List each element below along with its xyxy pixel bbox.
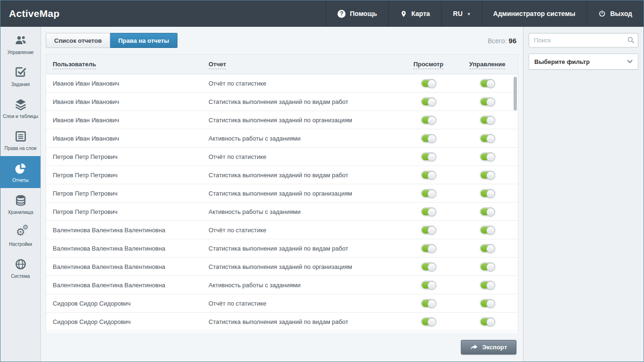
map-pin-icon — [400, 10, 407, 18]
total-count: Всего:96 — [488, 37, 516, 45]
database-icon — [14, 193, 28, 207]
chevron-down-icon: ▾ — [468, 11, 470, 16]
manage-toggle[interactable] — [480, 281, 495, 290]
view-toggle[interactable] — [421, 299, 436, 308]
user-cell: Валентинова Валентина Валентиновна — [46, 282, 209, 289]
sidebar-item-settings[interactable]: ⚙⚙ Настройки — [0, 220, 40, 252]
sidebar-item-reports[interactable]: Отчеты — [0, 156, 40, 188]
topnav: ? Помощь Карта RU ▾ Администратор систем… — [326, 0, 644, 27]
manage-toggle[interactable] — [480, 152, 495, 161]
report-cell: Отчёт по статистике — [209, 80, 400, 87]
filter-label: Выберите фильтр — [534, 58, 590, 65]
column-header-user: Пользователь — [46, 61, 209, 68]
manage-toggle[interactable] — [480, 116, 495, 125]
view-toggle[interactable] — [421, 189, 436, 198]
view-toggle[interactable] — [421, 244, 436, 253]
manage-toggle[interactable] — [480, 207, 495, 216]
manage-toggle[interactable] — [480, 317, 495, 326]
sidebar-item-label: Хранилища — [8, 210, 33, 215]
sidebar-item-management[interactable]: Управление — [0, 28, 40, 60]
table-row: Сидоров Сидор Сидорович Статистика выпол… — [46, 313, 518, 331]
table-row: Петров Петр Петрович Статистика выполнен… — [46, 166, 518, 184]
globe-icon — [14, 257, 28, 271]
checkbox-icon — [14, 65, 28, 79]
report-cell: Статистика выполнения заданий по видам р… — [209, 318, 400, 325]
user-cell: Валентинова Валентина Валентиновна — [46, 227, 209, 234]
tab-report-rights[interactable]: Права на отчеты — [110, 33, 177, 48]
view-cell — [400, 152, 457, 161]
table-header: Пользователь Отчет Просмотр Управление — [46, 55, 518, 74]
manage-toggle[interactable] — [480, 299, 495, 308]
view-toggle[interactable] — [421, 171, 436, 180]
report-cell: Статистика выполнения заданий по организ… — [209, 190, 400, 197]
view-toggle[interactable] — [421, 97, 436, 106]
sidebar-item-layer-rights[interactable]: Права на слои — [0, 124, 40, 156]
sidebar-item-system[interactable]: Система — [0, 252, 40, 284]
user-cell: Иванов Иван Иванович — [46, 98, 209, 105]
manage-cell — [457, 171, 518, 180]
user-cell: Иванов Иван Иванович — [46, 117, 209, 124]
report-cell: Статистика выполнения заданий по организ… — [209, 117, 400, 124]
view-toggle[interactable] — [421, 79, 436, 88]
view-toggle[interactable] — [421, 317, 436, 326]
table-row: Петров Петр Петрович Статистика выполнен… — [46, 184, 518, 203]
report-cell: Активность работы с заданиями — [209, 208, 400, 215]
help-button[interactable]: ? Помощь — [326, 0, 388, 27]
manage-cell — [457, 207, 518, 216]
view-toggle[interactable] — [421, 207, 436, 216]
table-row: Сидоров Сидор Сидорович Отчёт по статист… — [46, 294, 518, 313]
logout-button[interactable]: Выход — [587, 0, 644, 27]
sidebar-item-layers[interactable]: Слои и таблицы — [0, 92, 40, 124]
user-label: Администратор системы — [493, 10, 576, 17]
manage-toggle[interactable] — [480, 134, 495, 143]
view-toggle[interactable] — [421, 262, 436, 271]
search-input[interactable] — [529, 33, 638, 47]
manage-toggle[interactable] — [480, 226, 495, 235]
view-toggle[interactable] — [421, 116, 436, 125]
manage-toggle[interactable] — [480, 189, 495, 198]
manage-cell — [457, 116, 518, 125]
manage-toggle[interactable] — [480, 79, 495, 88]
sidebar-item-tasks[interactable]: Задания — [0, 60, 40, 92]
view-cell — [400, 134, 457, 143]
table-row: Петров Петр Петрович Отчёт по статистике — [46, 148, 518, 166]
search-icon — [627, 36, 635, 46]
manage-toggle[interactable] — [480, 171, 495, 180]
help-icon: ? — [338, 10, 346, 18]
footer-bar: Экспорт — [41, 332, 523, 362]
view-toggle[interactable] — [421, 281, 436, 290]
layers-icon — [14, 97, 28, 111]
filter-select[interactable]: Выберите фильтр — [529, 54, 638, 70]
language-selector[interactable]: RU ▾ — [441, 0, 481, 27]
sidebar-item-label: Настройки — [9, 242, 32, 247]
rights-table: Пользователь Отчет Просмотр Управление И… — [46, 54, 518, 332]
scrollbar — [513, 75, 517, 331]
view-cell — [400, 244, 457, 253]
view-toggle[interactable] — [421, 134, 436, 143]
map-button[interactable]: Карта — [388, 0, 442, 27]
view-toggle[interactable] — [421, 226, 436, 235]
view-cell — [400, 207, 457, 216]
user-cell: Сидоров Сидор Сидорович — [46, 300, 209, 307]
report-cell: Статистика выполнения заданий по видам р… — [209, 172, 400, 179]
sidebar-item-label: Задания — [11, 82, 30, 87]
sidebar-item-label: Слои и таблицы — [3, 114, 38, 119]
sidebar-item-storages[interactable]: Хранилища — [0, 188, 40, 220]
user-cell: Петров Петр Петрович — [46, 172, 209, 179]
power-icon — [598, 10, 606, 17]
scrollbar-thumb[interactable] — [514, 77, 517, 110]
manage-toggle[interactable] — [480, 244, 495, 253]
report-cell: Статистика выполнения заданий по организ… — [209, 263, 400, 270]
tab-report-list[interactable]: Список отчетов — [46, 33, 110, 48]
app-window: ActiveMap ? Помощь Карта RU ▾ Администра… — [0, 0, 644, 362]
report-cell: Отчёт по статистике — [209, 300, 400, 307]
export-button[interactable]: Экспорт — [461, 340, 516, 354]
manage-cell — [457, 317, 518, 326]
table-row: Иванов Иван Иванович Активность работы с… — [46, 129, 518, 148]
view-toggle[interactable] — [421, 152, 436, 161]
manage-toggle[interactable] — [480, 262, 495, 271]
table-body: Иванов Иван Иванович Отчёт по статистике… — [46, 74, 518, 332]
manage-toggle[interactable] — [480, 97, 495, 106]
view-cell — [400, 281, 457, 290]
user-menu[interactable]: Администратор системы — [482, 0, 587, 27]
